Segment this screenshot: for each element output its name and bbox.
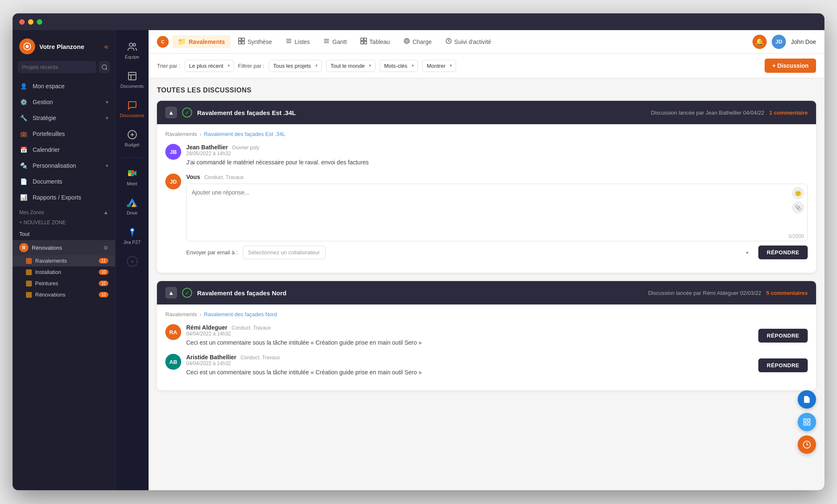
sidebar-search-area — [18, 61, 110, 73]
fab-stack — [798, 390, 816, 454]
reply-textarea-1[interactable] — [187, 184, 807, 230]
tab-tableau[interactable]: Tableau — [354, 35, 396, 49]
collaborator-select-1[interactable]: Sélectionnez un collaborateur — [243, 246, 326, 259]
sidebar-item-calendrier[interactable]: 📅 Calendrier — [13, 142, 115, 158]
trier-par-select[interactable]: Le plus récent — [185, 60, 234, 72]
sidebar-item-documents[interactable]: 📄 Documents — [13, 174, 115, 189]
disc-1-breadcrumb: Ravalements › Ravalement des façades Est… — [165, 131, 808, 137]
expand-fab-button[interactable] — [798, 413, 816, 431]
export-fab-button[interactable] — [798, 390, 816, 409]
sidebar-item-rapports[interactable]: 📊 Rapports / Exports — [13, 189, 115, 205]
notification-button[interactable]: 🔔 — [752, 35, 767, 49]
filtrer-par-select[interactable]: Tous les projets — [269, 60, 322, 72]
panel-item-drive[interactable]: Drive — [118, 193, 147, 220]
disc-2-comments[interactable]: 5 commentaires — [766, 290, 808, 296]
tab-suivi[interactable]: Suivi d'activité — [439, 35, 497, 49]
breadcrumb-disc-1-link[interactable]: Ravalement des façades Est .34L — [204, 131, 285, 137]
tab-listes[interactable]: Listes — [280, 35, 316, 49]
reply-button-1[interactable]: RÉPONDRE — [758, 246, 808, 259]
personnalisation-icon: 🔩 — [19, 161, 28, 170]
svg-rect-22 — [239, 38, 241, 41]
sub-item-peintures[interactable]: Peintures 10 — [13, 278, 115, 289]
msg-disc2-1-avatar: RA — [165, 324, 181, 340]
sub-item-installation[interactable]: Installation 10 — [13, 266, 115, 278]
jira-icon — [126, 226, 138, 238]
section-title: TOUTES LES DISCUSSIONS — [157, 87, 816, 94]
top-navigation: C 📁 Ravalements Synthèse Listes — [149, 30, 824, 54]
breadcrumb-disc-2-link[interactable]: Ravalement des façades Nord — [204, 311, 277, 317]
message-row-disc2-2: AB Aristide Bathellier Conduct. Travaux … — [165, 354, 808, 377]
svg-rect-33 — [364, 38, 367, 41]
filter-bar: Trier par : Le plus récent Filtrer par :… — [149, 54, 824, 78]
sidebar: Votre Planzone « 👤 Mon espace ⚙️ Gestion… — [13, 30, 115, 490]
installation-badge: 10 — [99, 269, 108, 275]
filter4-select[interactable]: Montrer — [422, 60, 456, 72]
svg-point-2 — [102, 65, 107, 69]
panel-item-budget[interactable]: Budget — [118, 125, 147, 151]
tab-charge[interactable]: Charge — [398, 35, 438, 49]
time-fab-button[interactable] — [798, 435, 816, 454]
tab-synthese-label: Synthèse — [247, 38, 272, 45]
disc-1-collapse-button[interactable]: ▲ — [165, 107, 177, 118]
strategie-icon: 🔧 — [19, 114, 28, 122]
svg-line-3 — [106, 69, 107, 70]
msg-disc2-1-timestamp: 04/04/2022 à 14h32 — [186, 331, 753, 337]
disc-2-collapse-button[interactable]: ▲ — [165, 287, 177, 299]
svg-marker-17 — [134, 171, 136, 176]
mes-zones-toggle[interactable]: ▲ — [103, 210, 108, 215]
reply-tool-attachment-button[interactable]: 📎 — [792, 202, 804, 213]
breadcrumb-ravalements[interactable]: Ravalements — [165, 131, 197, 137]
tab-synthese[interactable]: Synthèse — [232, 35, 277, 49]
panel-item-jira[interactable]: Jira PZ7 — [118, 222, 147, 249]
sidebar-item-label: Documents — [33, 178, 108, 185]
tab-ravalements[interactable]: 📁 Ravalements — [172, 35, 231, 48]
tab-charge-label: Charge — [413, 38, 432, 45]
sub-item-renovations-sub[interactable]: Rénovations 10 — [13, 289, 115, 300]
reply-button-disc2-1[interactable]: RÉPONDRE — [758, 329, 808, 343]
sidebar-item-strategie[interactable]: 🔧 Stratégie ▾ — [13, 110, 115, 126]
close-button[interactable] — [19, 19, 25, 25]
sidebar-collapse-button[interactable]: « — [104, 42, 108, 51]
maximize-button[interactable] — [37, 19, 42, 25]
discussions-panel-icon — [126, 100, 138, 111]
zone-renovations-settings-icon[interactable]: ⚙ — [103, 245, 108, 251]
tab-gantt[interactable]: Gantt — [317, 35, 352, 49]
discussion-1-header: ▲ ✓ Ravalement des façades Est .34L Disc… — [157, 101, 816, 124]
svg-text:+: + — [130, 258, 134, 265]
personnalisation-arrow-icon: ▾ — [106, 163, 108, 169]
reply-tool-emoji-button[interactable]: 🙂 — [792, 187, 804, 199]
project-search-input[interactable] — [18, 61, 96, 73]
minimize-button[interactable] — [28, 19, 33, 25]
sub-item-peintures-label: Peintures — [35, 280, 58, 287]
nouvelle-zone-button[interactable]: + NOUVELLE ZONE — [13, 217, 115, 228]
panel-item-equipe[interactable]: Équipe — [118, 37, 147, 64]
discussion-card-2: ▲ ✓ Ravalement des façades Nord Discussi… — [157, 281, 816, 390]
reply-button-disc2-2[interactable]: RÉPONDRE — [758, 358, 808, 372]
svg-point-5 — [133, 43, 136, 46]
panel-documents-label: Documents — [121, 84, 144, 89]
panel-item-meet[interactable]: Meet — [118, 164, 147, 190]
sub-item-ravalements[interactable]: Ravalements 11 — [13, 255, 115, 266]
reply-row-1: JD Vous Conduct. Travaux 🙂 — [165, 174, 808, 259]
peintures-badge: 10 — [99, 281, 108, 286]
sidebar-item-mon-espace[interactable]: 👤 Mon espace — [13, 78, 115, 94]
panel-item-documents[interactable]: Documents — [118, 66, 147, 93]
panel-item-discussions[interactable]: Discussions — [118, 95, 147, 122]
user-initials: JD — [775, 38, 783, 45]
msg-disc2-2-timestamp: 04/04/2022 à 14h32 — [186, 361, 753, 366]
sidebar-item-portefeuilles[interactable]: 💼 Portefeuilles — [13, 126, 115, 142]
sidebar-item-gestion[interactable]: ⚙️ Gestion ▾ — [13, 94, 115, 110]
svg-rect-24 — [239, 41, 241, 44]
sidebar-item-personnalisation[interactable]: 🔩 Personnalisation ▾ — [13, 158, 115, 174]
msg-1-author: Jean Bathellier — [186, 144, 228, 151]
search-button[interactable] — [99, 61, 110, 73]
zone-item-tout[interactable]: Tout — [13, 228, 115, 240]
mes-zones-section: Mes Zones ▲ — [13, 205, 115, 217]
breadcrumb-ravalements-2[interactable]: Ravalements — [165, 311, 197, 317]
zone-item-renovations[interactable]: R Rénovations ⚙ — [13, 240, 115, 255]
panel-item-add-link[interactable]: + — [118, 251, 147, 271]
filter2-select[interactable]: Tout le monde — [326, 60, 375, 72]
disc-1-comments[interactable]: 1 commentaire — [769, 110, 808, 116]
add-discussion-button[interactable]: + Discussion — [765, 59, 816, 73]
filter3-select[interactable]: Mots-clés — [380, 60, 418, 72]
